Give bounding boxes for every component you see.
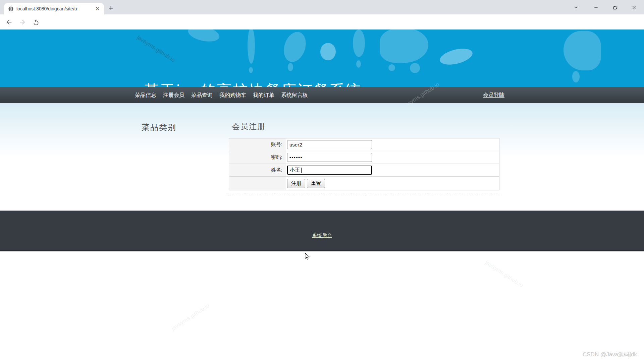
divider bbox=[227, 194, 502, 194]
browser-toolbar: http://localhost:8080/dingcan/site/userr… bbox=[0, 14, 644, 29]
back-icon[interactable] bbox=[5, 18, 13, 26]
nav-item-register[interactable]: 注册会员 bbox=[163, 92, 184, 99]
nav-item-message-board[interactable]: 系统留言板 bbox=[281, 92, 308, 99]
watermark: javayms.github.io bbox=[136, 34, 176, 64]
splash-decoration bbox=[353, 29, 365, 57]
nav-item-cart[interactable]: 我的购物车 bbox=[219, 92, 246, 99]
member-login-link[interactable]: 会员登陆 bbox=[483, 87, 504, 103]
account-label: 账号: bbox=[229, 138, 286, 151]
splash-decoration bbox=[288, 63, 293, 71]
nav-item-dish-info[interactable]: 菜品信息 bbox=[135, 92, 156, 99]
form-row-buttons: 注册 重置 bbox=[229, 177, 499, 190]
nav-item-orders[interactable]: 我的订单 bbox=[253, 92, 274, 99]
browser-tab[interactable]: localhost:8080/dingcan/site/u ✕ bbox=[4, 3, 104, 14]
site-footer: 系统后台 bbox=[0, 210, 644, 251]
forward-icon[interactable] bbox=[18, 18, 27, 26]
name-input[interactable] bbox=[287, 166, 372, 175]
account-input[interactable] bbox=[287, 140, 372, 149]
browser-tab-bar: localhost:8080/dingcan/site/u ✕ + bbox=[0, 0, 644, 14]
form-row-account: 账号: bbox=[229, 138, 499, 151]
window-restore-button[interactable] bbox=[610, 3, 620, 12]
form-row-password: 密码: bbox=[229, 151, 499, 164]
admin-backend-link[interactable]: 系统后台 bbox=[312, 232, 332, 238]
tab-search-chevron-icon[interactable] bbox=[571, 3, 581, 12]
dish-category-heading: 菜品类别 bbox=[142, 122, 176, 133]
splash-decoration bbox=[320, 43, 336, 60]
watermark: javayms.github.io bbox=[484, 259, 525, 289]
reset-button[interactable]: 重置 bbox=[307, 179, 325, 188]
splash-decoration bbox=[564, 31, 601, 70]
name-label: 姓名: bbox=[229, 164, 286, 176]
splash-decoration bbox=[438, 46, 474, 68]
splash-decoration bbox=[410, 63, 420, 73]
splash-decoration bbox=[249, 67, 253, 73]
nav-list: 菜品信息 注册会员 菜品查询 我的购物车 我的订单 系统留言板 bbox=[135, 87, 308, 103]
text-caret bbox=[301, 168, 302, 173]
splash-decoration bbox=[380, 29, 428, 63]
splash-decoration bbox=[356, 60, 361, 68]
main-nav: 菜品信息 注册会员 菜品查询 我的购物车 我的订单 系统留言板 会员登陆 bbox=[0, 87, 644, 103]
page-title: 基于jsp的高校快餐店订餐系统 bbox=[144, 80, 361, 87]
watermark: javayms.github.io bbox=[170, 302, 211, 332]
window-minimize-button[interactable] bbox=[591, 3, 601, 12]
page-content: 菜品类别 会员注册 账号: 密码: 姓名: 注册 重置 bbox=[0, 103, 644, 210]
register-form: 账号: 密码: 姓名: 注册 重置 bbox=[229, 138, 499, 190]
register-button[interactable]: 注册 bbox=[287, 179, 305, 188]
footer-link-row: 系统后台 bbox=[0, 232, 644, 239]
password-label: 密码: bbox=[229, 151, 286, 164]
tab-close-icon[interactable]: ✕ bbox=[94, 5, 101, 12]
empty-label-cell bbox=[229, 177, 286, 190]
new-tab-button[interactable]: + bbox=[109, 4, 113, 13]
splash-decoration bbox=[280, 29, 309, 65]
window-close-button[interactable] bbox=[629, 3, 639, 12]
csdn-watermark: CSDN @Java源码jdk bbox=[583, 351, 637, 358]
splash-decoration bbox=[248, 29, 255, 64]
splash-decoration bbox=[187, 29, 221, 44]
password-input[interactable] bbox=[287, 153, 372, 162]
mouse-cursor bbox=[305, 253, 310, 261]
splash-decoration bbox=[572, 71, 580, 82]
register-heading: 会员注册 bbox=[232, 121, 266, 132]
form-row-name: 姓名: bbox=[229, 164, 499, 177]
tab-title: localhost:8080/dingcan/site/u bbox=[16, 6, 94, 11]
reload-icon[interactable] bbox=[32, 18, 40, 26]
nav-item-dish-search[interactable]: 菜品查询 bbox=[191, 92, 213, 99]
site-header: 基于jsp的高校快餐店订餐系统 javayms.github.io bbox=[0, 29, 644, 87]
splash-decoration bbox=[388, 64, 395, 71]
globe-favicon bbox=[8, 6, 14, 12]
